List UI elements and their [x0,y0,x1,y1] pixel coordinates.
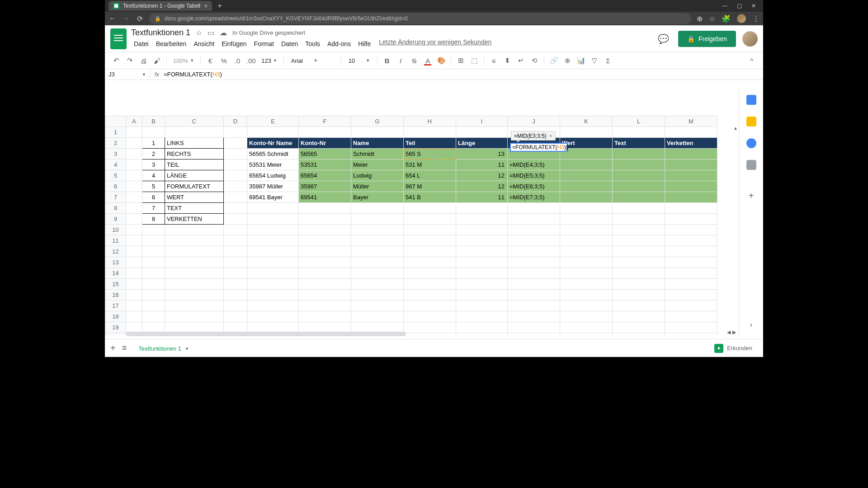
cell[interactable] [165,246,224,257]
paint-format-icon[interactable]: 🖌 [151,55,163,66]
row-header[interactable]: 17 [105,300,126,311]
cell[interactable]: 11 [456,192,508,203]
cell[interactable] [508,279,560,290]
column-header[interactable]: L [613,116,665,127]
maximize-icon[interactable]: ▢ [732,1,746,11]
cell[interactable] [560,257,613,268]
cell[interactable] [665,322,717,333]
cell[interactable] [126,246,142,257]
cell[interactable] [299,203,351,214]
cell[interactable] [665,279,717,290]
fill-color-icon[interactable]: 🎨 [435,55,447,66]
cell[interactable] [165,268,224,279]
cell[interactable] [351,214,404,225]
row-header[interactable]: 6 [105,181,126,192]
cell[interactable] [508,268,560,279]
cell[interactable] [351,268,404,279]
cell[interactable]: Name [351,138,404,149]
cell[interactable] [224,149,247,160]
cell[interactable] [508,311,560,322]
cell[interactable]: Meier [351,160,404,170]
zoom-icon[interactable]: ⊕ [697,14,703,23]
cell[interactable] [142,290,165,300]
cell[interactable] [560,181,613,192]
cloud-icon[interactable]: ☁ [220,28,227,37]
row-header[interactable]: 8 [105,203,126,214]
cell[interactable]: 35987 Müller [247,181,299,192]
cell[interactable]: LÄNGE [165,170,224,181]
cell[interactable] [560,268,613,279]
cell[interactable] [456,300,508,311]
row-header[interactable]: 20 [105,333,126,336]
chart-icon[interactable]: 📊 [575,55,587,66]
cell[interactable] [142,322,165,333]
cell[interactable] [224,268,247,279]
cell[interactable] [508,333,560,336]
cell[interactable] [665,290,717,300]
cell[interactable] [351,311,404,322]
cell[interactable] [142,127,165,138]
cell[interactable] [247,203,299,214]
cell[interactable]: Konto-Nr Name [247,138,299,149]
cell[interactable] [665,257,717,268]
menu-icon[interactable]: ⋮ [752,14,760,23]
cell[interactable]: Länge [456,138,508,149]
cell[interactable] [126,235,142,246]
cell[interactable] [299,246,351,257]
cell[interactable] [404,235,456,246]
sheet-tab[interactable]: Textfunktionen 1▼ [133,342,194,355]
cell[interactable] [247,300,299,311]
cell[interactable] [165,127,224,138]
cell[interactable] [560,290,613,300]
menu-datei[interactable]: Datei [131,38,151,49]
cell[interactable] [456,203,508,214]
cell[interactable] [247,127,299,138]
cell[interactable] [560,235,613,246]
cell[interactable]: 6 [142,192,165,203]
cell[interactable] [456,322,508,333]
cell[interactable] [247,290,299,300]
cell[interactable] [404,127,456,138]
cell[interactable] [665,192,717,203]
cell[interactable] [165,311,224,322]
cell[interactable] [665,268,717,279]
cell[interactable]: RECHTS [165,149,224,160]
cell[interactable] [613,149,665,160]
row-header[interactable]: 1 [105,127,126,138]
profile-avatar-icon[interactable] [737,14,746,23]
cell[interactable] [247,279,299,290]
cell[interactable]: =MID(E4;3;5) [508,160,560,170]
url-input[interactable]: 🔒 docs.google.com/spreadsheets/d/1rn3osC… [149,13,691,24]
cell[interactable] [508,322,560,333]
cell[interactable]: 13 [456,149,508,160]
cell[interactable] [665,235,717,246]
cell[interactable] [613,160,665,170]
cell[interactable] [665,203,717,214]
column-header[interactable]: G [351,116,404,127]
row-header[interactable]: 16 [105,290,126,300]
cell[interactable] [142,300,165,311]
cell[interactable] [665,127,717,138]
cell[interactable] [299,268,351,279]
column-header[interactable]: B [142,116,165,127]
cell[interactable] [351,246,404,257]
share-button[interactable]: 🔒 Freigeben [678,31,736,47]
comment-icon[interactable]: ⊕ [561,55,573,66]
cell[interactable] [613,279,665,290]
cell[interactable] [508,246,560,257]
cell[interactable]: 1 [142,138,165,149]
filter-icon[interactable]: ▽ [589,55,600,66]
cell[interactable]: Schmidt [351,149,404,160]
cell[interactable] [142,268,165,279]
cell[interactable] [224,225,247,235]
cell[interactable] [126,268,142,279]
cell[interactable] [456,225,508,235]
column-header[interactable]: I [456,116,508,127]
cell[interactable]: 2 [142,149,165,160]
cell[interactable] [224,300,247,311]
cell[interactable] [560,279,613,290]
cell[interactable] [224,203,247,214]
new-tab-button[interactable]: + [217,2,222,10]
cell[interactable] [165,225,224,235]
menu-hilfe[interactable]: Hilfe [355,38,373,49]
